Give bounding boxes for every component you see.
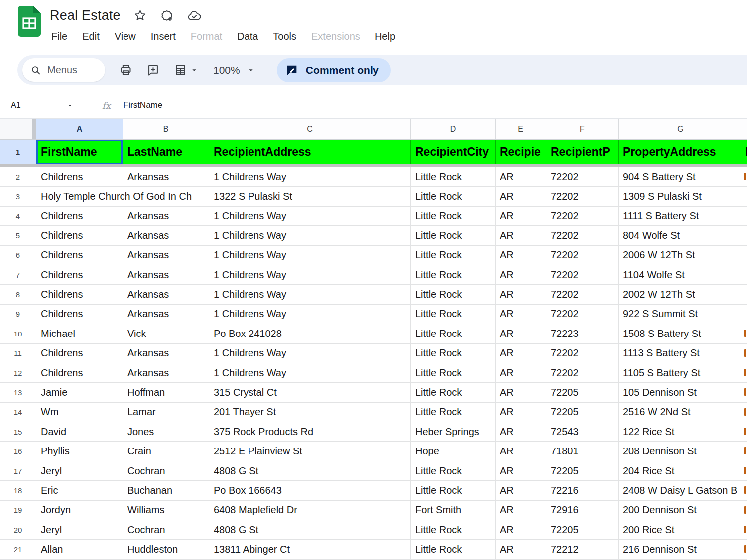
cell-G16[interactable]: 208 Dennison St [619, 442, 743, 461]
cell-A17[interactable]: Jeryl [36, 461, 123, 481]
cell-G15[interactable]: 122 Rice St [619, 422, 743, 442]
cell-G19[interactable]: 200 Dennison St [619, 501, 743, 520]
row-header-3[interactable]: 3 [0, 187, 36, 206]
cell-B16[interactable]: Crain [123, 442, 209, 461]
menu-item-extensions[interactable]: Extensions [304, 28, 368, 45]
cell-D2[interactable]: Little Rock [411, 167, 496, 187]
cell-B12[interactable]: Arkansas [123, 363, 209, 383]
row-header-5[interactable]: 5 [0, 226, 36, 245]
cell-C8[interactable]: 1 Childrens Way [209, 285, 411, 304]
cell-G5[interactable]: 804 Wolfe St [619, 226, 743, 245]
cell-B8[interactable]: Arkansas [123, 285, 209, 304]
cell-B17[interactable]: Cochran [123, 461, 209, 481]
cell-E9[interactable]: AR [496, 305, 546, 324]
cell-H11[interactable] [743, 344, 747, 363]
cell-G1[interactable]: PropertyAddress [619, 140, 743, 164]
cell-E3[interactable]: AR [496, 187, 546, 206]
cell-E1[interactable]: Recipie [496, 140, 546, 164]
cell-A8[interactable]: Childrens [36, 285, 123, 304]
cell-E21[interactable]: AR [496, 540, 546, 559]
cell-D5[interactable]: Little Rock [411, 226, 496, 245]
cell-H3[interactable] [743, 187, 747, 206]
cell-H16[interactable] [743, 442, 747, 461]
row-header-16[interactable]: 16 [0, 442, 36, 461]
cell-H20[interactable] [743, 520, 747, 540]
row-header-14[interactable]: 14 [0, 403, 36, 422]
cell-H4[interactable] [743, 207, 747, 226]
cell-G6[interactable]: 2006 W 12Th St [619, 246, 743, 265]
cell-F2[interactable]: 72202 [546, 167, 619, 187]
cell-H8[interactable] [743, 285, 747, 304]
cell-E15[interactable]: AR [496, 422, 546, 442]
cell-C15[interactable]: 375 Rock Products Rd [209, 422, 411, 442]
column-header-A[interactable]: A [36, 119, 123, 139]
row-header-8[interactable]: 8 [0, 285, 36, 304]
cell-A16[interactable]: Phyllis [36, 442, 123, 461]
zoom-selector[interactable]: 100% [213, 64, 255, 76]
cell-H2[interactable] [743, 167, 747, 187]
cell-D15[interactable]: Heber Springs [411, 422, 496, 442]
cell-H21[interactable] [743, 540, 747, 559]
cell-F7[interactable]: 72202 [546, 265, 619, 285]
cell-C4[interactable]: 1 Childrens Way [209, 207, 411, 226]
cell-C2[interactable]: 1 Childrens Way [209, 167, 411, 187]
cell-D17[interactable]: Little Rock [411, 461, 496, 481]
cell-F15[interactable]: 72543 [546, 422, 619, 442]
row-header-20[interactable]: 20 [0, 520, 36, 540]
cell-C5[interactable]: 1 Childrens Way [209, 226, 411, 245]
menu-item-insert[interactable]: Insert [143, 28, 183, 45]
cell-F1[interactable]: RecipientP [546, 140, 619, 164]
cell-C9[interactable]: 1 Childrens Way [209, 305, 411, 324]
cell-C18[interactable]: Po Box 166643 [209, 481, 411, 500]
cell-F19[interactable]: 72916 [546, 501, 619, 520]
cell-H19[interactable] [743, 501, 747, 520]
cloud-saved-icon[interactable] [187, 8, 202, 23]
cell-H7[interactable] [743, 265, 747, 285]
cell-A13[interactable]: Jamie [36, 383, 123, 402]
print-icon[interactable] [119, 63, 132, 77]
cell-G3[interactable]: 1309 S Pulaski St [619, 187, 743, 206]
labels-icon[interactable] [160, 9, 174, 23]
cell-F6[interactable]: 72202 [546, 246, 619, 265]
comment-only-mode-button[interactable]: Comment only [277, 58, 391, 82]
cell-C16[interactable]: 2512 E Plainview St [209, 442, 411, 461]
cell-D9[interactable]: Little Rock [411, 305, 496, 324]
cell-D10[interactable]: Little Rock [411, 324, 496, 343]
cell-A11[interactable]: Childrens [36, 344, 123, 363]
number-format-caret-icon[interactable] [190, 66, 198, 74]
cell-G10[interactable]: 1508 S Battery St [619, 324, 743, 343]
cell-G18[interactable]: 2408 W Daisy L Gatson B [619, 481, 743, 500]
cell-H9[interactable] [743, 305, 747, 324]
column-header-B[interactable]: B [123, 119, 209, 139]
cell-A14[interactable]: Wm [36, 403, 123, 422]
cell-H14[interactable] [743, 403, 747, 422]
cell-G13[interactable]: 105 Dennison St [619, 383, 743, 402]
cell-B15[interactable]: Jones [123, 422, 209, 442]
row-header-4[interactable]: 4 [0, 207, 36, 226]
cell-D12[interactable]: Little Rock [411, 363, 496, 383]
cell-C17[interactable]: 4808 G St [209, 461, 411, 481]
cell-D19[interactable]: Fort Smith [411, 501, 496, 520]
row-header-13[interactable]: 13 [0, 383, 36, 402]
cell-E18[interactable]: AR [496, 481, 546, 500]
row-header-17[interactable]: 17 [0, 461, 36, 481]
cell-A6[interactable]: Childrens [36, 246, 123, 265]
column-header-C[interactable]: C [209, 119, 411, 139]
cell-E10[interactable]: AR [496, 324, 546, 343]
cell-C3[interactable]: 1322 S Pulaski St [209, 187, 411, 206]
cell-E14[interactable]: AR [496, 403, 546, 422]
cell-C19[interactable]: 6408 Maplefield Dr [209, 501, 411, 520]
cell-G21[interactable]: 216 Dennison St [619, 540, 743, 559]
cell-F16[interactable]: 71801 [546, 442, 619, 461]
cell-G2[interactable]: 904 S Battery St [619, 167, 743, 187]
cell-H18[interactable] [743, 481, 747, 500]
cell-E5[interactable]: AR [496, 226, 546, 245]
column-header-D[interactable]: D [411, 119, 496, 139]
cell-B20[interactable]: Cochran [123, 520, 209, 540]
cell-B10[interactable]: Vick [123, 324, 209, 343]
cell-B4[interactable]: Arkansas [123, 207, 209, 226]
cell-A10[interactable]: Michael [36, 324, 123, 343]
select-all-corner[interactable] [0, 119, 36, 139]
cell-D13[interactable]: Little Rock [411, 383, 496, 402]
cell-D1[interactable]: RecipientCity [411, 140, 496, 164]
